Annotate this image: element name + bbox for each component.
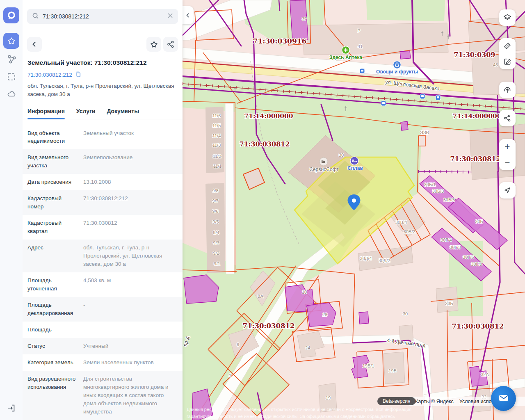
info-row: Вид земельного участкаЗемлепользование: [23, 149, 183, 174]
info-row: Площадь-: [23, 322, 183, 338]
sidebar-item-favorites[interactable]: [3, 33, 19, 49]
info-row-value: Землепользование: [83, 153, 178, 170]
map-label: 30Г/3: [450, 245, 461, 250]
map-label: 28: [322, 312, 327, 317]
page-title: Земельный участок: 71:30:030812:212: [27, 59, 178, 66]
tab-information[interactable]: Информация: [27, 105, 65, 119]
map-disclaimer: Данный ресурс использует сведения из отк…: [187, 406, 521, 420]
info-row-value: 13.10.2008: [83, 178, 178, 186]
info-row-label: Категория земель: [27, 358, 78, 367]
info-row-label: Вид объекта недвижимости: [27, 129, 78, 146]
map-label: Сплав: [347, 165, 363, 171]
info-row-label: Площадь декларированная: [27, 301, 78, 317]
map-label: 10: [302, 290, 307, 294]
tab-services[interactable]: Услуги: [76, 105, 96, 119]
map-label: Овощи и фрукты: [376, 69, 418, 75]
map-label: 41: [358, 44, 363, 49]
sidebar-item-select-area[interactable]: [6, 71, 17, 82]
info-row-value: 71:30:030812:212: [83, 194, 178, 211]
back-button[interactable]: [27, 37, 42, 52]
search-icon: [32, 12, 39, 21]
locate-control: [499, 182, 516, 199]
info-row-label: Кадастровый номер: [27, 194, 78, 211]
copy-icon[interactable]: [75, 71, 81, 78]
search-input[interactable]: [43, 13, 164, 20]
map-label: 24: [305, 345, 310, 350]
object-toolbar: [27, 37, 178, 52]
map-label: 6: [237, 342, 239, 347]
map-label: 4: [228, 373, 231, 378]
map-label: 11/2: [213, 154, 221, 159]
info-row-label: Дата присвоения: [27, 178, 78, 186]
map-label: Р: [357, 28, 360, 33]
app-logo-icon[interactable]: [3, 7, 19, 23]
map-label: 9/5: [212, 219, 219, 224]
favorite-button[interactable]: [146, 37, 161, 52]
info-row: Площадь уточненная4,503 кв. м: [23, 272, 183, 297]
info-row-label: Вид разрешенного использования: [27, 375, 78, 416]
map-label: 9/1: [214, 261, 220, 266]
map-share-button[interactable]: [499, 110, 516, 126]
map-label: 30: [339, 153, 344, 158]
locate-button[interactable]: [499, 183, 516, 198]
sidebar-item-layers-graph[interactable]: [6, 54, 17, 64]
map-label: ЭЗВ: [420, 130, 429, 135]
map-label: 71:30:030812: [239, 140, 290, 148]
search-bar[interactable]: [27, 9, 178, 24]
map-label: СервисСофт: [309, 167, 339, 172]
cadastral-number-link[interactable]: 71:30:030812:212: [27, 71, 178, 78]
logout-button[interactable]: [6, 403, 17, 413]
collapse-panel-button[interactable]: [183, 6, 194, 24]
map-label: 71:30:030812: [243, 322, 295, 330]
map-label: 9/3: [213, 240, 219, 245]
info-row-label: Площадь: [27, 326, 78, 334]
map-label: Здесь Аптека: [329, 55, 363, 60]
map-label: 37: [302, 16, 307, 21]
layers-control: [499, 9, 516, 26]
map-label: 11/5: [212, 123, 221, 128]
icon-rail: [0, 0, 23, 420]
map-label: 11/1: [213, 164, 222, 169]
info-row-value: -: [83, 301, 178, 317]
cadastral-number-text[interactable]: 71:30:030812:212: [27, 72, 72, 78]
map-label: 30Б/3: [432, 189, 444, 194]
object-address: обл. Тульская, г. Тула, р-н Пролетарский…: [27, 82, 178, 99]
map-label: 9/6: [212, 209, 218, 214]
map-label: 30Д/2: [379, 258, 390, 263]
info-row-value: -: [83, 326, 178, 334]
measure-draw-control: [499, 38, 516, 69]
map-canvas[interactable]: 71:30:03091671:30:030971:14:00000071:30:…: [183, 0, 525, 420]
clear-search-icon[interactable]: [167, 13, 173, 20]
layers-button[interactable]: [499, 10, 516, 25]
tab-documents[interactable]: Документы: [107, 105, 139, 119]
tabs: Информация Услуги Документы: [23, 105, 183, 119]
zoom-in-button[interactable]: +: [499, 139, 516, 155]
info-row-label: Вид земельного участка: [27, 153, 78, 170]
yandex-copyright[interactable]: Карты © Яндекс: [415, 399, 454, 404]
map-label: 71:30:030812: [450, 155, 500, 163]
zoom-out-button[interactable]: −: [499, 155, 516, 170]
map-label: 30В/2: [404, 229, 415, 234]
info-row-label: Площадь уточненная: [27, 276, 78, 293]
upload-button[interactable]: [499, 82, 516, 98]
map-label: 30Д/4: [360, 256, 372, 261]
zoom-control: + −: [499, 139, 516, 170]
app: Земельный участок: 71:30:030812:212 71:3…: [0, 0, 525, 420]
map-label: 30В/4: [395, 220, 407, 225]
map-label: 9/2: [213, 251, 219, 256]
map-label: 71:30:030916: [253, 37, 307, 45]
chat-button[interactable]: [491, 386, 516, 411]
map-label: 19Б/1: [363, 363, 374, 368]
share-button[interactable]: [163, 37, 178, 52]
info-row-label: Статус: [27, 342, 78, 350]
map-label: 9/8: [212, 188, 218, 193]
info-row-label: Кадастровый квартал: [27, 219, 78, 235]
map-label: 71:14:000000: [244, 112, 293, 120]
map-label: 30: [403, 311, 408, 316]
terms-link[interactable]: Условия испол: [459, 399, 495, 404]
ruler-button[interactable]: [499, 38, 516, 54]
sidebar-item-cloud[interactable]: [6, 89, 17, 99]
edit-button[interactable]: [499, 54, 516, 69]
map-label: 32А: [481, 372, 489, 377]
map-label: 19Б: [388, 368, 396, 373]
